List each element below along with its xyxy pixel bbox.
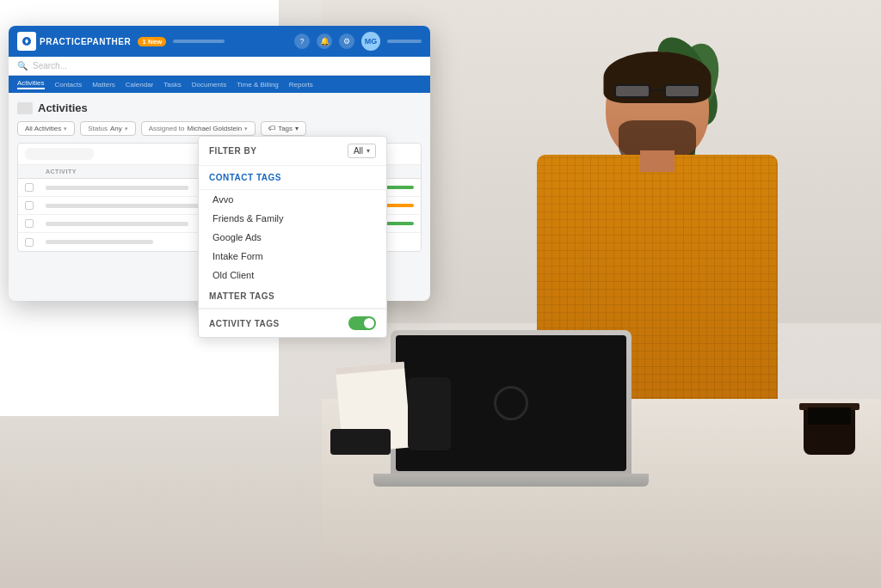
row-checkbox[interactable] [25,183,34,192]
assigned-filter[interactable]: Assigned to Michael Goldstein ▾ [141,121,256,136]
status-filter[interactable]: Status Any ▾ [80,121,135,136]
navbar: PRACTICEPANTHER 1 New ? 🔔 ⚙ MG [9,26,430,57]
contact-tags-section[interactable]: CONTACT TAGS [199,166,386,190]
neck [640,150,675,172]
tab-contacts[interactable]: Contacts [55,81,83,89]
glasses [614,84,700,98]
logo-icon [17,32,36,51]
filter-all-select[interactable]: All ▾ [348,144,376,158]
tab-activities[interactable]: Activities [17,79,45,89]
filter-all-value: All [354,146,363,156]
nav-sep-2 [387,40,422,43]
tag-option-avvo[interactable]: Avvo [199,190,386,209]
settings-icon[interactable]: ⚙ [339,34,354,49]
laptop-base [373,474,649,487]
tags-filter-btn[interactable]: 🏷 Tags ▾ [261,121,306,136]
help-icon[interactable]: ? [294,34,310,49]
tab-documents[interactable]: Documents [192,81,226,89]
logo-text: PRACTICEPANTHER [40,37,131,46]
tags-label: Tags [278,125,293,132]
tab-tasks[interactable]: Tasks [163,81,181,89]
assigned-value: Michael Goldstein [188,125,243,132]
tab-calendar[interactable]: Calendar [126,81,153,89]
col-checkbox [25,168,46,175]
filter-row: All Activities ▾ Status Any ▾ Assigned t… [17,121,422,136]
nav-icons-group: ? 🔔 ⚙ MG [294,32,422,51]
matter-tags-section[interactable]: MATTER TAGS [199,285,386,309]
glasses-bridge [650,89,664,91]
tab-reports[interactable]: Reports [289,81,313,89]
dropdown-arrow-icon: ▾ [367,147,370,155]
activity-bar [46,204,216,208]
all-activities-arrow: ▾ [64,126,67,132]
phone [408,377,451,450]
table-search-bar[interactable] [25,148,94,160]
nav-sep [173,40,225,43]
row-checkbox[interactable] [25,219,34,228]
glasses-right [664,84,700,98]
activity-bar [46,222,188,226]
user-avatar[interactable]: MG [361,32,380,51]
nav-badge: 1 New [138,37,166,46]
coffee-cup [804,403,855,455]
status-value: Any [110,125,122,132]
search-icon: 🔍 [17,61,28,70]
assigned-arrow: ▾ [244,126,248,132]
tags-arrow: ▾ [295,125,299,132]
toggle-switch[interactable] [348,316,376,330]
assigned-label: Assigned to [149,125,185,132]
activity-tags-section[interactable]: ACTIVITY TAGS [209,319,280,328]
dropdown-header: FILTER BY All ▾ [199,137,386,166]
tab-matters[interactable]: Matters [92,81,115,89]
tag-option-google-ads[interactable]: Google Ads [199,228,386,247]
activity-bar [46,240,153,244]
activity-bar [46,186,188,190]
notebook-cover [336,362,404,375]
search-placeholder[interactable]: Search... [33,61,67,70]
toggle-knob [364,318,374,328]
status-label: Status [88,125,108,132]
all-activities-label: All Activities [25,125,61,132]
row-checkbox[interactable] [25,238,34,247]
logo: PRACTICEPANTHER [17,32,131,51]
nav-tabs: Activities Contacts Matters Calendar Tas… [9,76,430,93]
tags-icon: 🏷 [268,125,275,132]
row-checkbox[interactable] [25,201,34,210]
glasses-left [614,84,650,98]
tag-option-intake-form[interactable]: Intake Form [199,247,386,266]
page-header: Activities [17,101,422,114]
filter-by-label: FILTER BY [209,146,256,156]
apple-logo [494,386,528,420]
logo-svg [21,35,33,47]
tags-dropdown: FILTER BY All ▾ CONTACT TAGS Avvo Friend… [198,136,387,338]
page-title-icon [17,102,33,114]
bell-icon[interactable]: 🔔 [317,34,332,49]
tab-billing[interactable]: Time & Billing [237,81,279,89]
tag-option-friends-family[interactable]: Friends & Family [199,209,386,228]
coffee-liquid [808,407,851,425]
page-title: Activities [38,101,88,114]
status-arrow: ▾ [125,126,128,132]
stapler [330,429,391,455]
tag-option-old-client[interactable]: Old Client [199,266,386,285]
activity-tags-row: ACTIVITY TAGS [199,309,386,337]
all-activities-filter[interactable]: All Activities ▾ [17,121,75,136]
search-bar: 🔍 Search... [9,57,430,76]
